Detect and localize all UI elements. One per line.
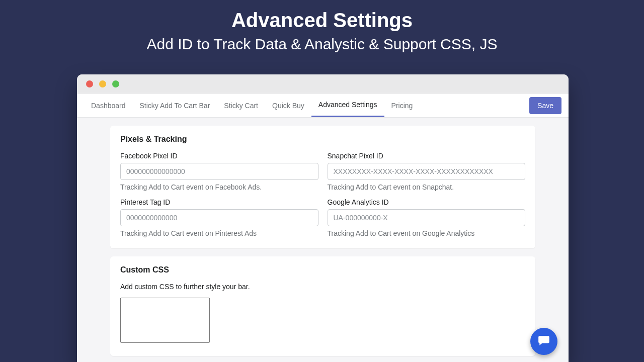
facebook-pixel-field: Facebook Pixel ID Tracking Add to Cart e…: [120, 152, 318, 191]
snapchat-pixel-help: Tracking Add to Cart event on Snapchat.: [328, 183, 526, 191]
tab-dashboard[interactable]: Dashboard: [84, 94, 133, 117]
tab-quick-buy[interactable]: Quick Buy: [265, 94, 311, 117]
google-analytics-field: Google Analytics ID Tracking Add to Cart…: [328, 198, 526, 237]
custom-css-heading: Custom CSS: [120, 265, 525, 275]
maximize-icon[interactable]: [112, 80, 119, 87]
page-title: Advanced Settings: [0, 9, 644, 32]
custom-css-textarea[interactable]: [120, 298, 210, 343]
chat-button[interactable]: [530, 328, 557, 355]
pinterest-tag-field: Pinterest Tag ID Tracking Add to Cart ev…: [120, 198, 318, 237]
facebook-pixel-help: Tracking Add to Cart event on Facebook A…: [120, 183, 318, 191]
facebook-pixel-input[interactable]: [120, 163, 318, 180]
close-icon[interactable]: [86, 80, 93, 87]
app-window: Dashboard Sticky Add To Cart Bar Sticky …: [77, 74, 569, 362]
custom-css-description: Add custom CSS to further style your bar…: [120, 283, 525, 291]
pixels-heading: Pixels & Tracking: [120, 135, 525, 144]
page-subtitle: Add ID to Track Data & Analystic & Suppo…: [0, 36, 644, 53]
facebook-pixel-label: Facebook Pixel ID: [120, 152, 318, 160]
chat-icon: [537, 334, 550, 349]
tab-sticky-cart[interactable]: Sticky Cart: [217, 94, 265, 117]
tab-sticky-add-to-cart-bar[interactable]: Sticky Add To Cart Bar: [133, 94, 217, 117]
content-area: Pixels & Tracking Facebook Pixel ID Trac…: [77, 118, 569, 362]
snapchat-pixel-label: Snapchat Pixel ID: [328, 152, 526, 160]
pixels-tracking-card: Pixels & Tracking Facebook Pixel ID Trac…: [110, 126, 535, 248]
tab-pricing[interactable]: Pricing: [384, 94, 420, 117]
google-analytics-help: Tracking Add to Cart event on Google Ana…: [328, 229, 526, 237]
google-analytics-label: Google Analytics ID: [328, 198, 526, 206]
pinterest-tag-input[interactable]: [120, 209, 318, 226]
window-titlebar: [77, 74, 569, 94]
save-button[interactable]: Save: [529, 97, 561, 114]
snapchat-pixel-input[interactable]: [328, 163, 526, 180]
pinterest-tag-help: Tracking Add to Cart event on Pinterest …: [120, 229, 318, 237]
snapchat-pixel-field: Snapchat Pixel ID Tracking Add to Cart e…: [328, 152, 526, 191]
google-analytics-input[interactable]: [328, 209, 526, 226]
minimize-icon[interactable]: [99, 80, 106, 87]
tab-advanced-settings[interactable]: Advanced Settings: [311, 94, 384, 117]
tab-bar: Dashboard Sticky Add To Cart Bar Sticky …: [77, 94, 569, 118]
custom-css-card: Custom CSS Add custom CSS to further sty…: [110, 256, 535, 356]
pinterest-tag-label: Pinterest Tag ID: [120, 198, 318, 206]
